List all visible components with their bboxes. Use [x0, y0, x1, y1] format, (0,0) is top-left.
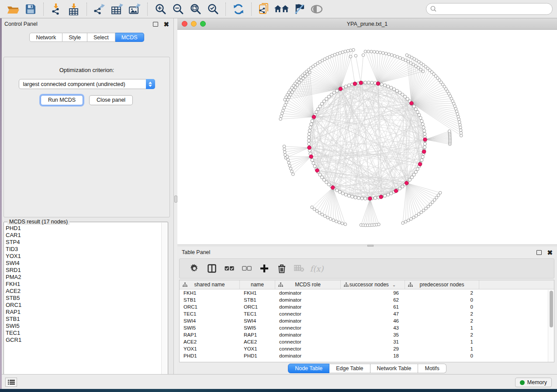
deselect-all-icon: [242, 266, 252, 271]
mcds-result-item[interactable]: STB5: [6, 295, 161, 302]
mcds-result-list[interactable]: PHD1CAR1STP4TID3YOX1SWI4SRD1PMA2FKH1ACE2…: [6, 225, 161, 383]
close-panel-icon[interactable]: ✖: [547, 250, 553, 255]
table-row-RAP1[interactable]: RAP1RAP1dominator352: [180, 331, 554, 338]
cell-predecessor-nodes: 1: [405, 338, 479, 345]
select-stepper-icon: [146, 79, 155, 89]
tab-mcds[interactable]: MCDS: [115, 33, 144, 42]
zoom-in-button[interactable]: [153, 2, 168, 16]
save-session-button[interactable]: [23, 2, 38, 16]
mcds-result-item[interactable]: SWI4: [6, 260, 161, 267]
cell-shared-name: PHD1: [180, 352, 240, 359]
mcds-result-item[interactable]: RAP1: [6, 309, 161, 316]
memory-button[interactable]: Memory: [515, 378, 552, 387]
deselect-all-button[interactable]: [239, 261, 255, 276]
mcds-result-item[interactable]: ACE2: [6, 288, 161, 295]
task-history-button[interactable]: [5, 378, 17, 387]
maximize-window-icon[interactable]: [200, 21, 206, 27]
new-network-from-selection-button[interactable]: [257, 2, 272, 16]
open-session-button[interactable]: [6, 2, 21, 16]
mcds-result-item[interactable]: STP4: [6, 239, 161, 246]
mcds-result-item[interactable]: GCR1: [6, 337, 161, 344]
mcds-result-item[interactable]: SWI5: [6, 323, 161, 330]
column-header-predecessor-nodes[interactable]: predecessor nodes: [405, 280, 479, 289]
select-all-button[interactable]: [221, 261, 237, 276]
tab-style[interactable]: Style: [62, 33, 87, 42]
mcds-result-item[interactable]: SRD1: [6, 267, 161, 274]
run-mcds-button[interactable]: Run MCDS: [41, 95, 83, 105]
network-window-title: YPA_prune.txt_1: [177, 21, 557, 27]
import-network-button[interactable]: [49, 2, 64, 16]
first-neighbors-button[interactable]: [274, 2, 289, 16]
mcds-result-item[interactable]: STB1: [6, 316, 161, 323]
import-table-button[interactable]: [66, 2, 81, 16]
gear-button[interactable]: [187, 261, 202, 276]
refresh-button[interactable]: [231, 2, 246, 16]
table-row-ACE2[interactable]: ACE2ACE2connector311: [180, 338, 554, 345]
tab-edge-table[interactable]: Edge Table: [329, 364, 370, 373]
mcds-result-item[interactable]: ORC1: [6, 302, 161, 309]
float-panel-icon[interactable]: [536, 250, 542, 255]
delete-column-icon: [278, 264, 286, 273]
table-row-STB1[interactable]: STB1STB1dominator620: [180, 296, 554, 303]
delete-column-button[interactable]: [274, 261, 290, 276]
add-column-button[interactable]: [256, 261, 272, 276]
export-image-button[interactable]: [127, 2, 142, 16]
cell-name: SWI5: [240, 324, 275, 331]
splitter-grip[interactable]: [174, 196, 177, 203]
zoom-out-button[interactable]: [170, 2, 185, 16]
column-header-name[interactable]: name: [240, 280, 275, 289]
mcds-result-item[interactable]: TEC1: [6, 330, 161, 337]
float-panel-icon[interactable]: [153, 22, 158, 27]
zoom-selected-button[interactable]: [205, 2, 220, 16]
table-row-SWI4[interactable]: SWI4SWI4dominator462: [180, 317, 554, 324]
attribute-type-icon: [183, 282, 187, 287]
table-row-FKH1[interactable]: FKH1FKH1dominator962: [180, 289, 554, 296]
export-network-button[interactable]: [92, 2, 107, 16]
hide-selected-button[interactable]: [292, 2, 307, 16]
export-table-button[interactable]: [110, 2, 125, 16]
mcds-result-item[interactable]: YOX1: [6, 253, 161, 260]
tab-node-table[interactable]: Node Table: [288, 364, 329, 373]
toolbar-separator: [43, 3, 44, 16]
column-header-MCDS-role[interactable]: MCDS role: [275, 280, 341, 289]
cell-name: ORC1: [240, 303, 275, 310]
search-input[interactable]: [426, 3, 553, 15]
mcds-result-item[interactable]: PMA2: [6, 274, 161, 281]
zoom-fit-button[interactable]: [188, 2, 203, 16]
tab-network-table[interactable]: Network Table: [370, 364, 419, 373]
close-window-icon[interactable]: [182, 21, 187, 27]
tab-network[interactable]: Network: [29, 33, 62, 42]
split-columns-button[interactable]: [204, 261, 220, 276]
close-panel-icon[interactable]: ✖: [163, 22, 169, 27]
tab-select[interactable]: Select: [87, 33, 115, 42]
cell-shared-name: SWI4: [180, 317, 240, 324]
network-graph[interactable]: [177, 30, 557, 244]
mcds-result-item[interactable]: PHD1: [6, 225, 161, 232]
show-all-button[interactable]: [309, 2, 324, 16]
table-row-TEC1[interactable]: TEC1TEC1connector472: [180, 310, 554, 317]
tab-motifs[interactable]: Motifs: [418, 364, 446, 373]
table-row-SWI5[interactable]: SWI5SWI5connector431: [180, 324, 554, 331]
minimize-window-icon[interactable]: [191, 21, 197, 27]
table-scrollbar[interactable]: [548, 290, 554, 362]
table-row-ORC1[interactable]: ORC1ORC1dominator610: [180, 303, 554, 310]
column-label: predecessor nodes: [419, 282, 464, 288]
network-canvas[interactable]: [177, 30, 557, 244]
table-row-PHD1[interactable]: PHD1PHD1dominator180: [180, 352, 554, 359]
vertical-splitter[interactable]: [173, 18, 177, 374]
cell-successor-nodes: 18: [341, 352, 405, 359]
column-header-shared-name[interactable]: shared name: [180, 280, 240, 289]
mcds-list-scrollbar[interactable]: [161, 223, 167, 383]
close-panel-button[interactable]: Close panel: [89, 95, 133, 105]
optimization-criterion-select[interactable]: largest connected component (undirected): [19, 79, 155, 89]
cell-MCDS-role: dominator: [275, 296, 341, 303]
mcds-result-item[interactable]: FKH1: [6, 281, 161, 288]
mcds-result-item[interactable]: CAR1: [6, 232, 161, 239]
main-toolbar: [0, 0, 557, 18]
scrollbar-thumb[interactable]: [550, 291, 553, 327]
function-builder-button: f(x): [309, 261, 325, 276]
column-header-successor-nodes[interactable]: successor nodes⌄: [341, 280, 405, 289]
mcds-result-item[interactable]: TID3: [6, 246, 161, 253]
table-row-YOX1[interactable]: YOX1YOX1connector291: [180, 345, 554, 352]
cell-name: TEC1: [240, 310, 275, 317]
